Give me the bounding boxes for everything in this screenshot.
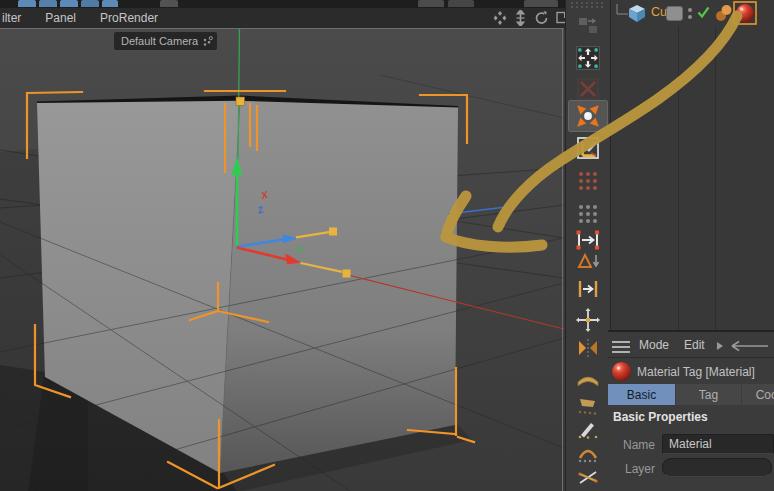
divider bbox=[608, 357, 774, 358]
polygons-mode-button[interactable] bbox=[568, 199, 608, 228]
viewport-border bbox=[562, 28, 563, 491]
clipped-icon bbox=[39, 0, 57, 7]
enable-axis-button[interactable] bbox=[568, 274, 608, 304]
object-manager-panel: Cube bbox=[610, 0, 774, 330]
coordinate-system-icon bbox=[576, 14, 600, 38]
tab-coord-label: Coord bbox=[756, 388, 774, 402]
am-more-arrow-icon[interactable] bbox=[716, 341, 724, 351]
clipped-icon bbox=[81, 0, 99, 7]
mirror-tool-button[interactable] bbox=[568, 334, 608, 361]
viewport-nav-icons bbox=[493, 10, 571, 26]
clipped-icon bbox=[60, 0, 78, 7]
arc-tool-button[interactable] bbox=[568, 441, 608, 464]
perspective-viewport[interactable]: X Z Y bbox=[0, 28, 564, 491]
hamburger-menu-icon[interactable] bbox=[612, 341, 630, 353]
texture-mode-button[interactable] bbox=[568, 42, 608, 74]
viewport-menu-bar: ilter Panel ProRender bbox=[0, 8, 565, 29]
model-mode-icon bbox=[575, 103, 601, 129]
camera-menu-dots-icon[interactable] bbox=[203, 36, 213, 47]
clipped-icon bbox=[18, 0, 36, 7]
polygons-mode-icon bbox=[576, 202, 600, 226]
am-menu-mode[interactable]: Mode bbox=[639, 338, 669, 352]
tab-tag-label: Tag bbox=[699, 388, 718, 402]
enable-axis-icon bbox=[575, 277, 601, 301]
create-polygon-button[interactable] bbox=[568, 394, 608, 417]
palette-grip-icon[interactable] bbox=[570, 1, 606, 10]
material-tag-icon[interactable] bbox=[733, 1, 757, 25]
snap-settings-icon bbox=[576, 308, 600, 332]
snap-settings-button[interactable] bbox=[568, 306, 608, 333]
texture-axis-mode-button[interactable] bbox=[568, 77, 608, 101]
workplane-mode-icon bbox=[575, 135, 601, 161]
clipped-icon bbox=[102, 0, 118, 7]
polygon-pen-button[interactable] bbox=[568, 418, 608, 440]
mirror-tool-icon bbox=[576, 337, 600, 359]
name-field-input[interactable] bbox=[662, 434, 774, 454]
pan-view-icon[interactable] bbox=[493, 10, 507, 26]
workplane-mode-button[interactable] bbox=[568, 133, 608, 163]
object-axis-icon bbox=[575, 230, 601, 250]
material-ball-icon bbox=[611, 361, 632, 382]
cube-object-icon[interactable] bbox=[627, 3, 647, 23]
am-title: Material Tag [Material] bbox=[637, 365, 755, 379]
knife-tool-button[interactable] bbox=[568, 465, 608, 489]
am-menu-edit[interactable]: Edit bbox=[684, 338, 705, 352]
object-row-cube[interactable]: Cube bbox=[611, 0, 774, 26]
history-back-icon[interactable] bbox=[728, 340, 770, 352]
menu-item-filter[interactable]: ilter bbox=[0, 11, 33, 25]
cube-right-face bbox=[220, 101, 458, 473]
object-axis-mode-button[interactable] bbox=[568, 229, 608, 251]
attribute-manager-panel: Mode Edit Material Tag [Material] Basic … bbox=[608, 330, 774, 491]
menu-item-prorender[interactable]: ProRender bbox=[88, 11, 170, 25]
gizmo-z-handle[interactable] bbox=[329, 228, 337, 236]
knife-tool-icon bbox=[576, 467, 600, 487]
tab-coord[interactable]: Coord bbox=[742, 384, 774, 405]
gizmo-y-handle[interactable] bbox=[236, 97, 245, 106]
camera-label-text: Default Camera bbox=[121, 35, 198, 47]
tab-basic-label: Basic bbox=[627, 388, 656, 402]
gizmo-x-handle[interactable] bbox=[343, 270, 351, 278]
tab-basic[interactable]: Basic bbox=[608, 384, 675, 405]
texture-mode-icon bbox=[575, 45, 601, 71]
viewport-border bbox=[0, 28, 564, 29]
bridge-tool-button[interactable] bbox=[568, 367, 608, 393]
om-column-divider bbox=[715, 26, 716, 330]
layer-chip[interactable] bbox=[666, 6, 683, 21]
render-visibility-dot[interactable] bbox=[688, 15, 692, 19]
clipped-icon bbox=[448, 0, 474, 7]
clipped-icon bbox=[418, 0, 444, 7]
make-editable-icon bbox=[576, 253, 600, 269]
editor-visibility-dot[interactable] bbox=[688, 8, 692, 12]
layer-field-input[interactable] bbox=[662, 458, 772, 477]
name-field-label: Name bbox=[608, 438, 655, 452]
clipped-toolbar-strip bbox=[0, 0, 565, 8]
create-polygon-icon bbox=[576, 396, 600, 416]
clipped-icon bbox=[160, 0, 178, 7]
polygon-pen-icon bbox=[576, 419, 600, 439]
rotate-view-icon[interactable] bbox=[534, 10, 549, 26]
enabled-check-icon[interactable] bbox=[697, 6, 710, 19]
coordinate-system-button[interactable] bbox=[568, 13, 608, 39]
dolly-view-icon[interactable] bbox=[514, 10, 527, 26]
texture-axis-icon bbox=[576, 78, 600, 100]
clipped-icon bbox=[524, 0, 558, 7]
bridge-tool-icon bbox=[575, 369, 601, 391]
tab-tag[interactable]: Tag bbox=[676, 384, 741, 405]
model-mode-button[interactable] bbox=[568, 100, 608, 132]
points-mode-icon bbox=[576, 169, 600, 193]
camera-label[interactable]: Default Camera bbox=[114, 32, 217, 50]
mode-tool-palette bbox=[565, 0, 611, 491]
section-title: Basic Properties bbox=[613, 410, 708, 424]
layer-field-label: Layer bbox=[608, 462, 655, 476]
points-mode-button[interactable] bbox=[568, 166, 608, 196]
arc-tool-icon bbox=[576, 443, 600, 463]
phong-tag-icon[interactable] bbox=[714, 3, 733, 23]
om-column-divider bbox=[678, 26, 679, 330]
menu-item-panel[interactable]: Panel bbox=[33, 11, 88, 25]
make-editable-button[interactable] bbox=[568, 252, 608, 270]
